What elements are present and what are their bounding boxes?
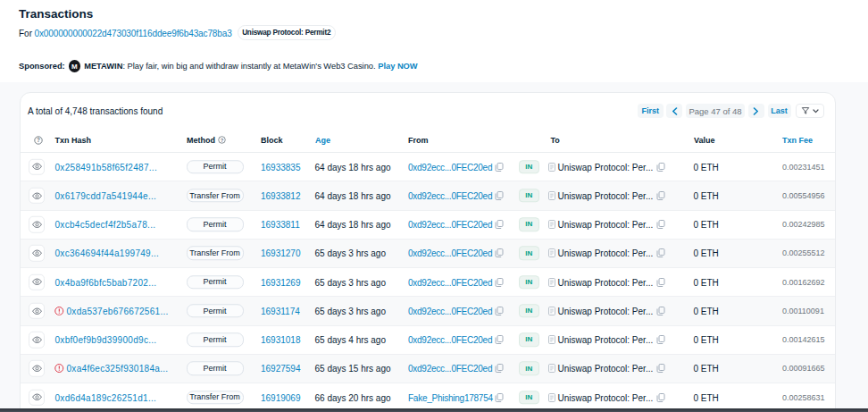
svg-text:?: ? (37, 137, 40, 143)
svg-text:?: ? (220, 138, 223, 143)
